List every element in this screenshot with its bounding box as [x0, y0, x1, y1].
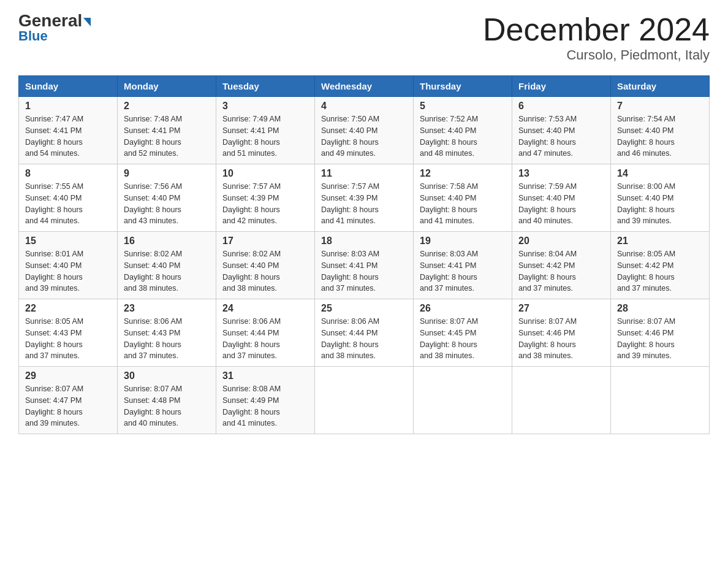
day-info: Sunrise: 7:56 AMSunset: 4:40 PMDaylight:…: [124, 181, 210, 227]
day-info: Sunrise: 8:08 AMSunset: 4:49 PMDaylight:…: [222, 383, 308, 429]
day-info: Sunrise: 7:48 AMSunset: 4:41 PMDaylight:…: [124, 113, 210, 159]
calendar-cell: 4Sunrise: 7:50 AMSunset: 4:40 PMDaylight…: [315, 97, 414, 164]
calendar-subtitle: Cursolo, Piedmont, Italy: [483, 47, 710, 63]
day-info: Sunrise: 7:50 AMSunset: 4:40 PMDaylight:…: [321, 113, 407, 159]
calendar-cell: 16Sunrise: 8:02 AMSunset: 4:40 PMDayligh…: [118, 232, 216, 299]
day-info: Sunrise: 8:07 AMSunset: 4:45 PMDaylight:…: [420, 316, 506, 362]
calendar-cell: [512, 367, 611, 434]
calendar-cell: 10Sunrise: 7:57 AMSunset: 4:39 PMDayligh…: [216, 164, 315, 232]
day-number: 27: [518, 303, 604, 314]
day-info: Sunrise: 8:01 AMSunset: 4:40 PMDaylight:…: [25, 248, 111, 294]
title-block: December 2024 Cursolo, Piedmont, Italy: [483, 12, 710, 63]
week-row-5: 29Sunrise: 8:07 AMSunset: 4:47 PMDayligh…: [19, 367, 710, 434]
calendar-cell: 30Sunrise: 8:07 AMSunset: 4:48 PMDayligh…: [118, 367, 216, 434]
page-header: General Blue December 2024 Cursolo, Pied…: [18, 12, 710, 63]
calendar-cell: 21Sunrise: 8:05 AMSunset: 4:42 PMDayligh…: [611, 232, 710, 299]
day-number: 5: [420, 101, 506, 112]
day-info: Sunrise: 8:03 AMSunset: 4:41 PMDaylight:…: [321, 248, 407, 294]
day-header-sunday: Sunday: [19, 76, 118, 97]
calendar-table: SundayMondayTuesdayWednesdayThursdayFrid…: [18, 75, 710, 434]
day-number: 24: [222, 303, 308, 314]
day-info: Sunrise: 8:06 AMSunset: 4:43 PMDaylight:…: [124, 316, 210, 362]
day-number: 29: [25, 370, 111, 381]
day-info: Sunrise: 8:06 AMSunset: 4:44 PMDaylight:…: [321, 316, 407, 362]
day-header-tuesday: Tuesday: [216, 76, 315, 97]
calendar-cell: 20Sunrise: 8:04 AMSunset: 4:42 PMDayligh…: [512, 232, 611, 299]
calendar-cell: 24Sunrise: 8:06 AMSunset: 4:44 PMDayligh…: [216, 299, 315, 367]
day-number: 17: [222, 236, 308, 247]
day-info: Sunrise: 7:53 AMSunset: 4:40 PMDaylight:…: [518, 113, 604, 159]
day-info: Sunrise: 8:02 AMSunset: 4:40 PMDaylight:…: [222, 248, 308, 294]
calendar-cell: 5Sunrise: 7:52 AMSunset: 4:40 PMDaylight…: [414, 97, 512, 164]
day-info: Sunrise: 7:57 AMSunset: 4:39 PMDaylight:…: [321, 181, 407, 227]
day-number: 14: [617, 168, 703, 179]
day-number: 6: [518, 101, 604, 112]
day-info: Sunrise: 8:07 AMSunset: 4:46 PMDaylight:…: [518, 316, 604, 362]
calendar-cell: [315, 367, 414, 434]
logo-blue: Blue: [18, 28, 48, 44]
day-number: 15: [25, 236, 111, 247]
day-number: 28: [617, 303, 703, 314]
day-number: 3: [222, 101, 308, 112]
day-number: 7: [617, 101, 703, 112]
day-info: Sunrise: 7:52 AMSunset: 4:40 PMDaylight:…: [420, 113, 506, 159]
day-header-monday: Monday: [118, 76, 216, 97]
day-number: 12: [420, 168, 506, 179]
day-number: 13: [518, 168, 604, 179]
calendar-cell: [611, 367, 710, 434]
calendar-cell: 1Sunrise: 7:47 AMSunset: 4:41 PMDaylight…: [19, 97, 118, 164]
calendar-cell: [414, 367, 512, 434]
calendar-cell: 25Sunrise: 8:06 AMSunset: 4:44 PMDayligh…: [315, 299, 414, 367]
logo: General Blue: [18, 12, 91, 44]
week-row-2: 8Sunrise: 7:55 AMSunset: 4:40 PMDaylight…: [19, 164, 710, 232]
day-number: 21: [617, 236, 703, 247]
calendar-cell: 31Sunrise: 8:08 AMSunset: 4:49 PMDayligh…: [216, 367, 315, 434]
day-info: Sunrise: 8:03 AMSunset: 4:41 PMDaylight:…: [420, 248, 506, 294]
calendar-cell: 29Sunrise: 8:07 AMSunset: 4:47 PMDayligh…: [19, 367, 118, 434]
day-number: 1: [25, 101, 111, 112]
day-info: Sunrise: 7:47 AMSunset: 4:41 PMDaylight:…: [25, 113, 111, 159]
calendar-cell: 3Sunrise: 7:49 AMSunset: 4:41 PMDaylight…: [216, 97, 315, 164]
day-info: Sunrise: 8:05 AMSunset: 4:43 PMDaylight:…: [25, 316, 111, 362]
calendar-cell: 23Sunrise: 8:06 AMSunset: 4:43 PMDayligh…: [118, 299, 216, 367]
day-info: Sunrise: 8:00 AMSunset: 4:40 PMDaylight:…: [617, 181, 703, 227]
day-number: 22: [25, 303, 111, 314]
day-number: 20: [518, 236, 604, 247]
day-info: Sunrise: 8:06 AMSunset: 4:44 PMDaylight:…: [222, 316, 308, 362]
day-header-wednesday: Wednesday: [315, 76, 414, 97]
calendar-cell: 2Sunrise: 7:48 AMSunset: 4:41 PMDaylight…: [118, 97, 216, 164]
logo-general: General: [18, 12, 91, 29]
day-number: 8: [25, 168, 111, 179]
calendar-cell: 7Sunrise: 7:54 AMSunset: 4:40 PMDaylight…: [611, 97, 710, 164]
week-row-1: 1Sunrise: 7:47 AMSunset: 4:41 PMDaylight…: [19, 97, 710, 164]
day-header-friday: Friday: [512, 76, 611, 97]
logo-triangle-icon: [83, 18, 91, 26]
day-info: Sunrise: 8:05 AMSunset: 4:42 PMDaylight:…: [617, 248, 703, 294]
day-number: 10: [222, 168, 308, 179]
calendar-title: December 2024: [483, 12, 710, 47]
calendar-cell: 11Sunrise: 7:57 AMSunset: 4:39 PMDayligh…: [315, 164, 414, 232]
calendar-cell: 26Sunrise: 8:07 AMSunset: 4:45 PMDayligh…: [414, 299, 512, 367]
day-info: Sunrise: 8:04 AMSunset: 4:42 PMDaylight:…: [518, 248, 604, 294]
day-info: Sunrise: 7:58 AMSunset: 4:40 PMDaylight:…: [420, 181, 506, 227]
day-info: Sunrise: 7:59 AMSunset: 4:40 PMDaylight:…: [518, 181, 604, 227]
day-header-thursday: Thursday: [414, 76, 512, 97]
day-number: 9: [124, 168, 210, 179]
day-number: 19: [420, 236, 506, 247]
day-number: 2: [124, 101, 210, 112]
day-number: 26: [420, 303, 506, 314]
calendar-cell: 17Sunrise: 8:02 AMSunset: 4:40 PMDayligh…: [216, 232, 315, 299]
week-row-4: 22Sunrise: 8:05 AMSunset: 4:43 PMDayligh…: [19, 299, 710, 367]
day-number: 11: [321, 168, 407, 179]
day-info: Sunrise: 7:49 AMSunset: 4:41 PMDaylight:…: [222, 113, 308, 159]
day-number: 18: [321, 236, 407, 247]
day-number: 31: [222, 370, 308, 381]
calendar-cell: 19Sunrise: 8:03 AMSunset: 4:41 PMDayligh…: [414, 232, 512, 299]
day-info: Sunrise: 8:07 AMSunset: 4:46 PMDaylight:…: [617, 316, 703, 362]
day-number: 25: [321, 303, 407, 314]
day-info: Sunrise: 7:55 AMSunset: 4:40 PMDaylight:…: [25, 181, 111, 227]
header-row: SundayMondayTuesdayWednesdayThursdayFrid…: [19, 76, 710, 97]
calendar-cell: 22Sunrise: 8:05 AMSunset: 4:43 PMDayligh…: [19, 299, 118, 367]
calendar-cell: 9Sunrise: 7:56 AMSunset: 4:40 PMDaylight…: [118, 164, 216, 232]
day-number: 23: [124, 303, 210, 314]
